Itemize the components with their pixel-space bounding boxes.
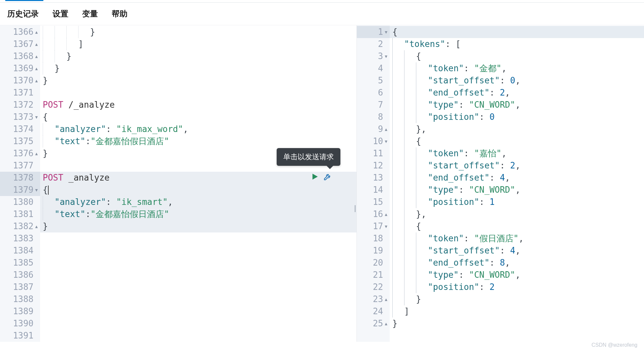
line-action-icons <box>311 172 332 182</box>
watermark: CSDN @wzerofeng <box>591 342 637 348</box>
wrench-icon[interactable] <box>323 172 332 182</box>
right-gutter[interactable]: 1234567891011121314151617181920212223242… <box>357 25 390 342</box>
menu-settings[interactable]: 设置 <box>53 9 68 19</box>
workspace: 1366136713681369137013711372137313741375… <box>0 25 644 342</box>
menu-help[interactable]: 帮助 <box>112 9 127 19</box>
play-icon[interactable] <box>311 173 319 182</box>
left-gutter[interactable]: 1366136713681369137013711372137313741375… <box>0 25 40 342</box>
request-editor[interactable]: }]}}}POST /_analyze{"analyzer": "ik_max_… <box>40 25 356 342</box>
menubar: 历史记录 设置 变量 帮助 <box>0 3 644 25</box>
response-viewer[interactable]: {"tokens": [{"token": "金都","start_offset… <box>390 25 644 342</box>
response-viewer-pane: 1234567891011121314151617181920212223242… <box>357 25 644 342</box>
top-tab-strip <box>0 0 644 3</box>
request-editor-pane: 1366136713681369137013711372137313741375… <box>0 25 357 342</box>
send-request-tooltip: 单击以发送请求 <box>277 148 340 166</box>
menu-history[interactable]: 历史记录 <box>7 9 39 19</box>
menu-variables[interactable]: 变量 <box>82 9 98 19</box>
